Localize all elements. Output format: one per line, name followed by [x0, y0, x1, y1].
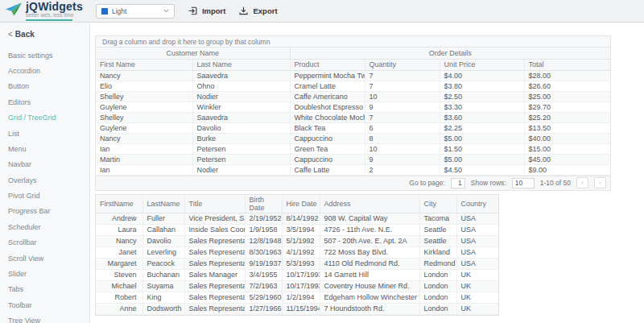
cell-total: $29.70	[524, 101, 610, 112]
sidebar-item[interactable]: Scroll View	[8, 251, 86, 266]
column-header-hire-date[interactable]: Hire Date	[282, 195, 320, 213]
sidebar-item[interactable]: Progress Bar	[8, 204, 86, 219]
cell-product: Cappuccino	[290, 154, 365, 164]
cell-product: Black Tea	[290, 122, 365, 133]
group-by-panel[interactable]: Drag a column and drop it here to group …	[96, 36, 610, 48]
back-link[interactable]: <Back	[8, 30, 86, 39]
page-number-input[interactable]	[451, 178, 465, 188]
sidebar-item[interactable]: Overlays	[8, 172, 86, 188]
sidebar-item[interactable]: Grid / TreeGrid	[8, 110, 86, 126]
column-header-title[interactable]: Title	[184, 195, 245, 213]
logo-underline	[26, 19, 72, 21]
column-header-lastname[interactable]: LastName	[142, 195, 184, 213]
sidebar-item[interactable]: Tabs	[8, 282, 86, 297]
cell-lastname: Suyama	[142, 280, 184, 292]
sidebar-item[interactable]: Slider	[8, 266, 86, 281]
cell-country: UK	[456, 269, 498, 280]
column-header-total[interactable]: Total	[524, 59, 610, 70]
cell-first-name: Guylene	[96, 122, 192, 133]
cell-city: London	[419, 303, 456, 314]
sidebar-item[interactable]: Tree View	[8, 313, 86, 323]
table-row[interactable]: Ian Petersen Green Tea 10 $1.50 $15.00	[96, 143, 610, 154]
table-row[interactable]: Nancy Burke Cappuccino 8 $5.00 $40.00	[96, 133, 610, 143]
cell-title: Vice President, Sales	[184, 213, 245, 224]
table-row[interactable]: Janet Leverling Sales Representative 8/3…	[96, 246, 498, 258]
cell-quantity: 10	[365, 143, 440, 154]
cell-unit-price: $4.00	[440, 70, 524, 81]
column-header-address[interactable]: Address	[320, 195, 419, 213]
column-header-firstname[interactable]: FirstName	[96, 195, 142, 213]
table-row[interactable]: Guylene Winkler Doubleshot Espresso 9 $3…	[96, 101, 610, 112]
sidebar-item[interactable]: Editors	[8, 94, 86, 110]
cell-product: Peppermint Mocha Twist	[290, 70, 365, 81]
theme-dropdown[interactable]: Light	[96, 4, 175, 19]
cell-country: USA	[456, 213, 498, 224]
column-header-birth-date[interactable]: Birth Date	[245, 195, 282, 213]
table-row[interactable]: Anne Dodsworth Sales Representative 1/27…	[96, 303, 498, 314]
table-row[interactable]: Ian Nodier Caffe Latte 2 $4.50 $9.00	[96, 164, 610, 175]
table-row[interactable]: Robert King Sales Representative 5/29/19…	[96, 292, 498, 303]
table-row[interactable]: Andrew Fuller Vice President, Sales 2/19…	[96, 213, 498, 224]
table-row[interactable]: Martin Petersen Cappuccino 9 $5.00 $45.0…	[96, 154, 610, 164]
cell-lastname: Davolio	[142, 235, 184, 246]
sidebar: <Back Basic settings Accordion Button Ed…	[0, 23, 90, 323]
table-row[interactable]: Nancy Davolio Sales Representative 12/8/…	[96, 235, 498, 246]
cell-product: White Chocolate Mocha	[290, 112, 365, 122]
cell-address: 7 Houndstooth Rd.	[320, 303, 419, 314]
cell-country: UK	[456, 280, 498, 292]
table-row[interactable]: Steven Buchanan Sales Manager 3/4/1955 1…	[96, 269, 498, 280]
cell-hire-date: 5/3/1993	[282, 258, 320, 269]
column-header-last-name[interactable]: Last Name	[192, 59, 290, 70]
column-header-country[interactable]: Country	[456, 195, 498, 213]
table-row[interactable]: Elio Ohno Cramel Latte 7 $3.80 $26.60	[96, 81, 610, 91]
next-page-button[interactable]: ›	[594, 177, 606, 188]
cell-lastname: Leverling	[142, 246, 184, 258]
back-chevron-icon: <	[8, 30, 13, 39]
cell-hire-date: 8/14/1992	[282, 213, 320, 224]
sidebar-item[interactable]: Accordion	[8, 63, 86, 78]
cell-first-name: Shelley	[96, 112, 192, 122]
sidebar-item[interactable]: List	[8, 126, 86, 141]
logo-tagline: better web, less time	[26, 13, 83, 19]
column-header-product[interactable]: Product	[290, 59, 365, 70]
import-icon	[188, 6, 198, 16]
table-row[interactable]: Michael Suyama Sales Representative 7/2/…	[96, 280, 498, 292]
table-row[interactable]: Guylene Davolio Black Tea 6 $2.25 $13.50	[96, 122, 610, 133]
export-button[interactable]: Export	[238, 6, 277, 16]
sidebar-item[interactable]: Button	[8, 79, 86, 94]
table-row[interactable]: Margaret Peacock Sales Representative 9/…	[96, 258, 498, 269]
cell-hire-date: 5/1/1992	[282, 235, 320, 246]
cell-first-name: Guylene	[96, 101, 192, 112]
cell-birth-date: 1/27/1966	[245, 303, 282, 314]
sidebar-item[interactable]: Pivot Grid	[8, 188, 86, 203]
cell-country: UK	[456, 292, 498, 303]
table-row[interactable]: Laura Callahan Inside Sales Coordinator …	[96, 224, 498, 235]
sidebar-item[interactable]: Toolbar	[8, 297, 86, 313]
table-row[interactable]: Shelley Nodier Caffe Americano 10 $2.50 …	[96, 91, 610, 101]
column-header-first-name[interactable]: First Name	[96, 59, 192, 70]
previous-page-button[interactable]: ‹	[576, 177, 588, 188]
cell-country: UK	[456, 303, 498, 314]
import-button[interactable]: Import	[188, 6, 226, 16]
sidebar-item[interactable]: Basic settings	[8, 48, 86, 63]
jqwidgets-logo[interactable]: jQWidgets better web, less time	[5, 1, 83, 21]
sidebar-item[interactable]: Menu	[8, 141, 86, 156]
cell-quantity: 10	[365, 91, 440, 101]
column-header-quantity[interactable]: Quantity	[365, 59, 440, 70]
sidebar-item[interactable]: Scrollbar	[8, 235, 86, 251]
table-row[interactable]: Shelley Saavedra White Chocolate Mocha 7…	[96, 112, 610, 122]
cell-address: Coventry House Miner Rd.	[320, 280, 419, 292]
cell-total: $40.00	[524, 133, 610, 143]
column-header-unit-price[interactable]: Unit Price	[440, 59, 524, 70]
table-row[interactable]: Nancy Saavedra Peppermint Mocha Twist 7 …	[96, 70, 610, 81]
cell-product: Green Tea	[290, 143, 365, 154]
show-rows-label: Show rows:	[471, 179, 506, 187]
sidebar-item[interactable]: Scheduler	[8, 219, 86, 234]
show-rows-input[interactable]	[512, 178, 535, 188]
cell-first-name: Martin	[96, 154, 192, 164]
cell-first-name: Shelley	[96, 91, 192, 101]
cell-firstname: Andrew	[96, 213, 142, 224]
column-header-city[interactable]: City	[419, 195, 456, 213]
sidebar-item[interactable]: Navbar	[8, 157, 86, 172]
cell-hire-date: 10/17/1993	[282, 269, 320, 280]
